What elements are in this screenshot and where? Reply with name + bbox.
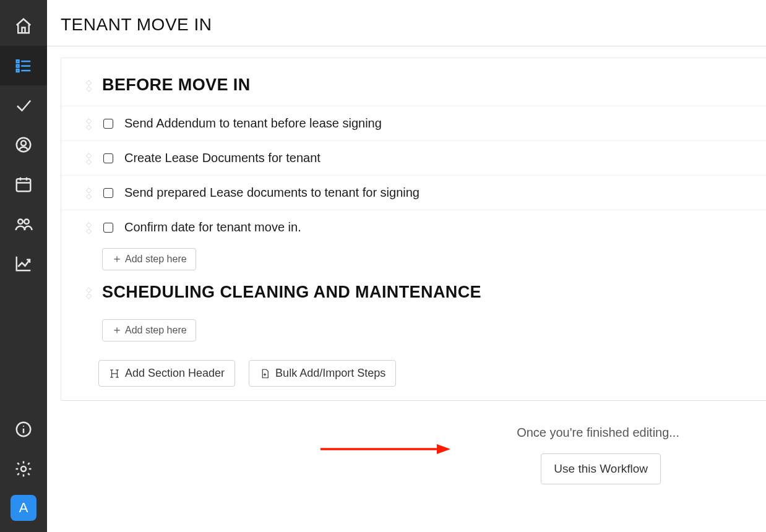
svg-rect-4 bbox=[17, 69, 19, 72]
avatar[interactable]: A bbox=[11, 495, 37, 521]
step-checkbox[interactable] bbox=[103, 119, 113, 129]
people-icon bbox=[14, 215, 33, 233]
drag-handle-icon[interactable]: ◇◇ bbox=[82, 286, 95, 299]
section-header-title: SCHEDULING CLEANING AND MAINTENANCE bbox=[102, 283, 481, 302]
svg-rect-0 bbox=[17, 60, 19, 62]
workflow-step-row[interactable]: ◇◇ Create Lease Documents for tenant bbox=[61, 141, 766, 176]
card-footer-buttons: Add Section Header Bulk Add/Import Steps bbox=[61, 354, 766, 387]
workflow-step-row[interactable]: ◇◇ Confirm date for tenant move in. bbox=[61, 210, 766, 244]
app-sidebar: A bbox=[0, 0, 47, 532]
section-header-title: BEFORE MOVE IN bbox=[102, 75, 251, 95]
use-this-workflow-label: Use this Workflow bbox=[554, 462, 648, 476]
step-checkbox[interactable] bbox=[103, 153, 113, 163]
chart-icon bbox=[14, 254, 33, 273]
nav-calendar[interactable] bbox=[0, 165, 47, 204]
svg-point-16 bbox=[23, 426, 24, 427]
main-area: TENANT MOVE IN ◇◇ BEFORE MOVE IN ◇◇ Send… bbox=[47, 0, 766, 532]
section-header-row[interactable]: ◇◇ BEFORE MOVE IN bbox=[61, 75, 766, 101]
step-list: ◇◇ Send Addendum to tenant before lease … bbox=[61, 106, 766, 244]
drag-handle-icon[interactable]: ◇◇ bbox=[82, 187, 95, 199]
nav-team[interactable] bbox=[0, 204, 47, 244]
svg-point-12 bbox=[18, 220, 23, 225]
calendar-icon bbox=[14, 175, 33, 194]
step-text: Send Addendum to tenant before lease sig… bbox=[124, 116, 382, 131]
section-header-row[interactable]: ◇◇ SCHEDULING CLEANING AND MAINTENANCE bbox=[61, 283, 766, 308]
step-text: Confirm date for tenant move in. bbox=[124, 220, 301, 234]
nav-settings[interactable] bbox=[0, 449, 47, 489]
workflow-card: ◇◇ BEFORE MOVE IN ◇◇ Send Addendum to te… bbox=[61, 58, 766, 401]
finish-area: Once you're finished editing... Use this… bbox=[47, 401, 766, 503]
info-icon bbox=[14, 420, 33, 439]
heading-icon bbox=[109, 368, 120, 379]
svg-point-7 bbox=[21, 141, 26, 146]
user-icon bbox=[14, 135, 33, 154]
svg-rect-8 bbox=[17, 179, 31, 191]
add-section-header-button[interactable]: Add Section Header bbox=[98, 360, 235, 387]
add-step-label: Add step here bbox=[125, 325, 187, 336]
nav-info[interactable] bbox=[0, 410, 47, 449]
nav-reports[interactable] bbox=[0, 244, 47, 283]
nav-tasks[interactable] bbox=[0, 85, 47, 125]
arrow-annotation-icon bbox=[321, 442, 450, 457]
drag-handle-icon[interactable]: ◇◇ bbox=[82, 152, 95, 165]
bulk-add-import-label: Bulk Add/Import Steps bbox=[275, 367, 385, 380]
document-plus-icon bbox=[259, 368, 270, 379]
finish-editing-text: Once you're finished editing... bbox=[47, 426, 679, 440]
nav-workflows[interactable] bbox=[0, 46, 47, 85]
nav-home[interactable] bbox=[0, 6, 47, 46]
bulk-add-import-button[interactable]: Bulk Add/Import Steps bbox=[249, 360, 396, 387]
nav-contacts[interactable] bbox=[0, 125, 47, 165]
svg-marker-28 bbox=[437, 444, 450, 454]
drag-handle-icon[interactable]: ◇◇ bbox=[82, 221, 95, 234]
svg-point-17 bbox=[21, 466, 26, 471]
page-title: TENANT MOVE IN bbox=[47, 0, 766, 46]
content-wrap: ◇◇ BEFORE MOVE IN ◇◇ Send Addendum to te… bbox=[47, 46, 766, 532]
svg-point-13 bbox=[24, 220, 29, 225]
add-step-label: Add step here bbox=[125, 254, 187, 265]
workflow-step-row[interactable]: ◇◇ Send prepared Lease documents to tena… bbox=[61, 176, 766, 210]
add-step-button[interactable]: ＋ Add step here bbox=[102, 319, 196, 341]
add-step-button[interactable]: ＋ Add step here bbox=[102, 248, 196, 270]
list-icon bbox=[14, 56, 33, 75]
check-icon bbox=[14, 96, 33, 114]
step-text: Create Lease Documents for tenant bbox=[124, 151, 321, 165]
gear-icon bbox=[14, 460, 33, 478]
use-this-workflow-button[interactable]: Use this Workflow bbox=[541, 453, 661, 484]
step-text: Send prepared Lease documents to tenant … bbox=[124, 186, 420, 200]
home-icon bbox=[14, 17, 33, 35]
workflow-step-row[interactable]: ◇◇ Send Addendum to tenant before lease … bbox=[61, 106, 766, 141]
drag-handle-icon[interactable]: ◇◇ bbox=[82, 79, 95, 92]
step-checkbox[interactable] bbox=[103, 188, 113, 198]
svg-rect-2 bbox=[17, 65, 19, 67]
add-section-header-label: Add Section Header bbox=[125, 367, 225, 380]
drag-handle-icon[interactable]: ◇◇ bbox=[82, 118, 95, 130]
step-checkbox[interactable] bbox=[103, 223, 113, 233]
